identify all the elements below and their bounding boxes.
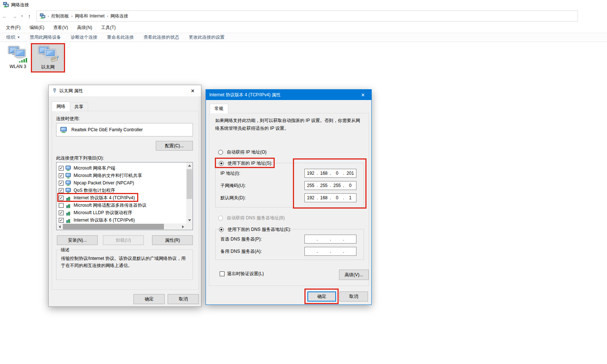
advanced-button[interactable]: 高级(V)... — [339, 270, 369, 280]
protocol-list: ✓Microsoft 网络客户端✓Microsoft 网络的文件和打印机共享✓N… — [56, 162, 186, 223]
gateway-row: 默认网关(D): 192.168.0.1 — [220, 193, 356, 202]
ethernet-ok-button[interactable]: 确定 — [133, 294, 165, 304]
radio-auto-ip-control[interactable] — [218, 150, 223, 155]
uninstall-button[interactable]: 卸载(U) — [103, 235, 144, 245]
ethernet-cancel-button[interactable]: 取消 — [168, 294, 199, 304]
scroll-down-icon[interactable] — [186, 217, 193, 223]
octet-value[interactable]: 1 — [345, 195, 356, 200]
toolbar-item[interactable]: 更改此连接的设置 — [189, 34, 225, 41]
protocol-checkbox[interactable]: ✓ — [59, 218, 64, 223]
menu-item[interactable]: 查看(V) — [52, 23, 70, 32]
octet-value[interactable]: 201 — [345, 171, 356, 176]
forward-icon[interactable]: → — [10, 11, 19, 21]
octet-value[interactable]: 255 — [331, 183, 343, 188]
protocol-item[interactable]: ✓Npcap Packet Driver (NPCAP) — [56, 179, 186, 187]
gateway-field[interactable]: 192.168.0.1 — [304, 193, 356, 202]
validate-settings-checkbox[interactable]: 退出时验证设置(L) — [220, 271, 264, 277]
ipv4-ok-button[interactable]: 确定 — [307, 291, 336, 302]
octet-value[interactable]: 192 — [305, 195, 317, 200]
install-button[interactable]: 安装(N)... — [57, 235, 98, 245]
connection-tile-wlan[interactable]: WLAN 3 — [5, 44, 30, 72]
client-icon — [65, 165, 72, 171]
menu-item[interactable]: 编辑(E) — [28, 23, 46, 32]
radio-manual-dns[interactable]: 使用下面的 DNS 服务器地址(E): — [219, 226, 292, 233]
wlan-adapter-icon — [7, 45, 29, 63]
back-icon[interactable]: ← — [0, 11, 10, 21]
protocol-icon — [65, 195, 72, 201]
toolbar-item[interactable]: 查看此连接的状态 — [143, 34, 179, 41]
octet-value[interactable]: 0 — [331, 171, 343, 176]
window-titlebar: 网络连接 — [0, 0, 607, 10]
octet-value[interactable]: 255 — [305, 183, 317, 188]
tab-general[interactable]: 常规 — [210, 104, 228, 113]
horizontal-scroll-thumb[interactable] — [63, 224, 164, 229]
description-groupbox: 描述 传输控制协议/Internet 协议。该协议是默认的广域网络协议，用于在不… — [56, 249, 193, 280]
dns-preferred-field[interactable]: ... — [304, 235, 356, 244]
toolbar-item[interactable]: 诊断这个连接 — [71, 34, 97, 41]
protocol-item[interactable]: ✓Internet 协议版本 6 (TCP/IPv6) — [56, 216, 186, 223]
protocol-checkbox[interactable]: ✓ — [59, 166, 64, 171]
address-bar[interactable]: ›控制面板›网络和 Internet›网络连接 — [36, 10, 578, 22]
octet-value[interactable]: 0 — [331, 195, 343, 200]
breadcrumb-item[interactable]: 网络和 Internet — [73, 13, 106, 19]
toolbar-item[interactable]: 重命名此连接 — [107, 34, 134, 41]
tab-network[interactable]: 网络 — [52, 102, 70, 111]
octet-separator: . — [343, 236, 345, 242]
dns-alternate-field[interactable]: ... — [304, 247, 356, 256]
horizontal-scrollbar[interactable] — [56, 223, 186, 230]
menu-item[interactable]: 高级(N) — [75, 23, 94, 32]
toolbar-item[interactable]: 禁用此网络设备 — [30, 34, 61, 41]
protocol-checkbox[interactable] — [59, 203, 64, 208]
ip-address-field[interactable]: 192.168.0.201 — [304, 169, 356, 178]
octet-value[interactable]: 255 — [318, 183, 330, 188]
description-text: 传输控制协议/Internet 协议。该协议是默认的广域网络协议，用于在不同的相… — [56, 250, 193, 269]
menu-item[interactable]: 文件(F) — [4, 23, 22, 32]
protocol-item[interactable]: ✓Microsoft 网络的文件和打印机共享 — [56, 172, 186, 179]
radio-manual-dns-control[interactable] — [219, 227, 224, 232]
protocol-checkbox[interactable]: ✓ — [59, 188, 64, 193]
protocol-item[interactable]: ✓Microsoft 网络客户端 — [56, 164, 186, 172]
protocol-checkbox[interactable]: ✓ — [59, 181, 64, 186]
validate-checkbox-control[interactable] — [220, 271, 225, 276]
breadcrumb-item[interactable]: 网络连接 — [109, 13, 130, 19]
connection-tile-ethernet[interactable]: 以太网 — [32, 44, 64, 72]
menu-item[interactable]: 工具(T) — [100, 23, 117, 32]
uninstall-button-label: 卸载(U) — [116, 237, 131, 244]
radio-manual-ip[interactable]: 使用下面的 IP 地址(S): — [219, 160, 274, 167]
tab-general-label: 常规 — [214, 106, 223, 112]
up-icon[interactable]: ↑ — [25, 11, 34, 21]
scroll-right-icon[interactable] — [180, 223, 186, 230]
adapter-box: Realtek PCIe GbE Family Controller — [56, 123, 193, 136]
protocol-item[interactable]: Microsoft 网络适配器多路传送器协议 — [56, 202, 186, 209]
protocol-checkbox[interactable]: ✓ — [59, 196, 64, 200]
vertical-scroll-thumb[interactable] — [187, 169, 192, 199]
history-caret-icon[interactable]: ▾ — [19, 14, 25, 18]
breadcrumb-item[interactable]: 控制面板 — [50, 13, 71, 19]
tab-sharing-label: 共享 — [74, 104, 83, 110]
adapter-icon — [60, 127, 68, 133]
organize-menu-button[interactable]: 组织 ▼ — [6, 34, 20, 41]
close-icon[interactable]: ✕ — [355, 90, 371, 100]
radio-auto-ip[interactable]: 自动获得 IP 地址(O) — [218, 149, 268, 155]
scroll-up-icon[interactable] — [186, 162, 193, 169]
close-icon[interactable]: ✕ — [184, 85, 201, 96]
properties-button[interactable]: 属性(R) — [152, 235, 193, 245]
radio-manual-ip-control[interactable] — [219, 161, 224, 166]
octet-value[interactable]: 192 — [305, 171, 317, 176]
octet-value[interactable]: 168 — [318, 171, 330, 176]
tab-sharing[interactable]: 共享 — [70, 102, 88, 111]
protocol-item[interactable]: ✓Internet 协议版本 4 (TCP/IPv4) — [56, 194, 186, 202]
ipv4-cancel-button[interactable]: 取消 — [339, 291, 368, 302]
octet-value[interactable]: 168 — [318, 195, 330, 200]
protocol-checkbox[interactable]: ✓ — [59, 173, 64, 178]
ip-address-label: IP 地址(I): — [220, 170, 240, 177]
protocol-checkbox[interactable]: ✓ — [59, 210, 64, 215]
subnet-field[interactable]: 255.255.255.0 — [304, 181, 356, 190]
octet-value[interactable]: 0 — [345, 183, 356, 188]
protocol-item[interactable]: ✓QoS 数据包计划程序 — [56, 187, 186, 194]
protocol-item-label: Microsoft LLDP 协议驱动程序 — [74, 210, 132, 216]
protocol-item[interactable]: ✓Microsoft LLDP 协议驱动程序 — [56, 209, 186, 216]
configure-button[interactable]: 配置(C)... — [156, 141, 193, 151]
vertical-scrollbar[interactable] — [186, 162, 193, 223]
scroll-left-icon[interactable] — [56, 223, 63, 230]
